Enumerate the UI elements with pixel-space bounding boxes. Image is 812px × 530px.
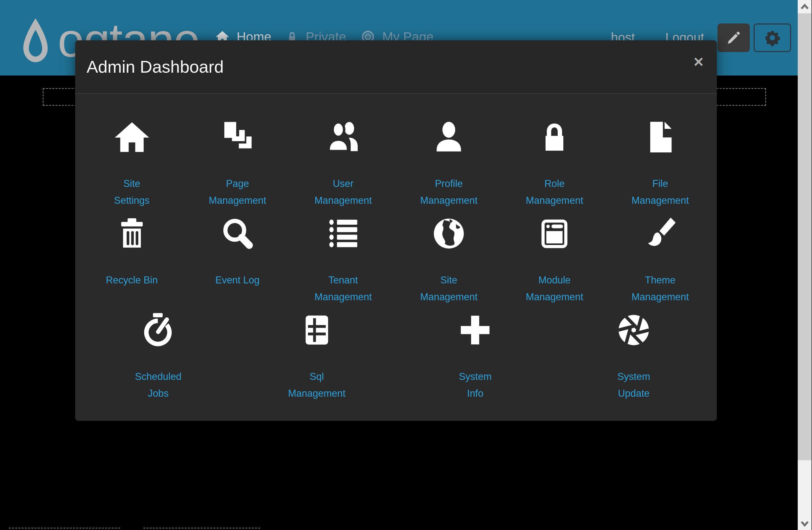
admin-tile-grid: SiteSettingsPageManagementUserManagement… [75, 94, 717, 402]
tile-page-management[interactable]: PageManagement [185, 117, 290, 209]
home-icon [79, 117, 185, 157]
tile-row: SiteSettingsPageManagementUserManagement… [79, 117, 713, 209]
spreadsheet-icon [237, 310, 396, 350]
tile-site-management[interactable]: SiteManagement [396, 213, 502, 305]
pane-placeholder-fragment [9, 528, 120, 530]
pages-icon [185, 117, 290, 157]
tile-label: SqlManagement [237, 368, 396, 402]
tile-label: UserManagement [290, 175, 396, 209]
tile-role-management[interactable]: RoleManagement [502, 117, 607, 209]
close-icon[interactable]: ✕ [693, 54, 704, 70]
tile-label: SiteManagement [396, 272, 502, 305]
tile-label: TenantManagement [290, 272, 396, 305]
timer-icon [79, 310, 237, 350]
person-icon [396, 117, 502, 157]
file-icon [607, 117, 713, 157]
tile-label: ThemeManagement [607, 272, 713, 305]
edit-mode-button[interactable] [717, 24, 750, 52]
tile-label: Recycle Bin [79, 272, 185, 288]
lock-icon [502, 117, 607, 157]
trash-icon [79, 213, 185, 254]
tile-label: Event Log [185, 272, 290, 288]
tile-theme-management[interactable]: ThemeManagement [607, 213, 713, 305]
tile-label: RoleManagement [502, 175, 607, 209]
plus-icon [396, 310, 555, 350]
brush-icon [607, 213, 713, 254]
tile-label: ScheduledJobs [79, 368, 237, 402]
tile-tenant-management[interactable]: TenantManagement [290, 213, 396, 305]
tile-label: PageManagement [185, 175, 290, 209]
tile-site-settings[interactable]: SiteSettings [79, 117, 185, 209]
gear-icon [763, 29, 782, 47]
page: oqtane Home Private M [0, 0, 812, 530]
people-icon [290, 117, 396, 157]
browser-icon [502, 213, 607, 254]
magnifier-icon [185, 213, 290, 254]
tile-system-info[interactable]: SystemInfo [396, 310, 555, 402]
tile-label: SystemUpdate [554, 368, 713, 402]
tile-sql-management[interactable]: SqlManagement [237, 310, 396, 402]
scrollbar-thumb[interactable] [798, 13, 811, 460]
tile-label: FileManagement [607, 175, 713, 209]
tile-row: Recycle BinEvent LogTenantManagementSite… [79, 213, 713, 305]
vertical-scrollbar[interactable] [798, 0, 812, 530]
tile-user-management[interactable]: UserManagement [290, 117, 396, 209]
pencil-icon [725, 29, 742, 46]
settings-button[interactable] [754, 24, 791, 52]
tile-profile-management[interactable]: ProfileManagement [396, 117, 502, 209]
tile-label: SystemInfo [396, 368, 555, 402]
pane-placeholder-fragment [143, 528, 260, 530]
water-drop-icon [20, 18, 51, 63]
tile-file-management[interactable]: FileManagement [607, 117, 713, 209]
admin-dashboard-modal: Admin Dashboard ✕ SiteSettingsPageManage… [75, 40, 717, 421]
tile-scheduled-jobs[interactable]: ScheduledJobs [79, 310, 237, 402]
tile-event-log[interactable]: Event Log [185, 213, 290, 305]
chevron-up-icon[interactable] [798, 0, 811, 13]
tile-label: SiteSettings [79, 175, 185, 209]
tile-system-update[interactable]: SystemUpdate [554, 310, 713, 402]
tile-row: ScheduledJobsSqlManagementSystemInfoSyst… [79, 310, 713, 402]
list-icon [290, 213, 396, 254]
modal-header: Admin Dashboard ✕ [75, 40, 717, 94]
tile-label: ModuleManagement [502, 272, 607, 305]
tile-label: ProfileManagement [396, 175, 502, 209]
tile-module-management[interactable]: ModuleManagement [502, 213, 607, 305]
modal-title: Admin Dashboard [87, 40, 223, 93]
tile-recycle-bin[interactable]: Recycle Bin [79, 213, 185, 305]
aperture-icon [554, 310, 713, 350]
chevron-down-icon[interactable] [798, 517, 811, 530]
globe-icon [396, 213, 502, 254]
